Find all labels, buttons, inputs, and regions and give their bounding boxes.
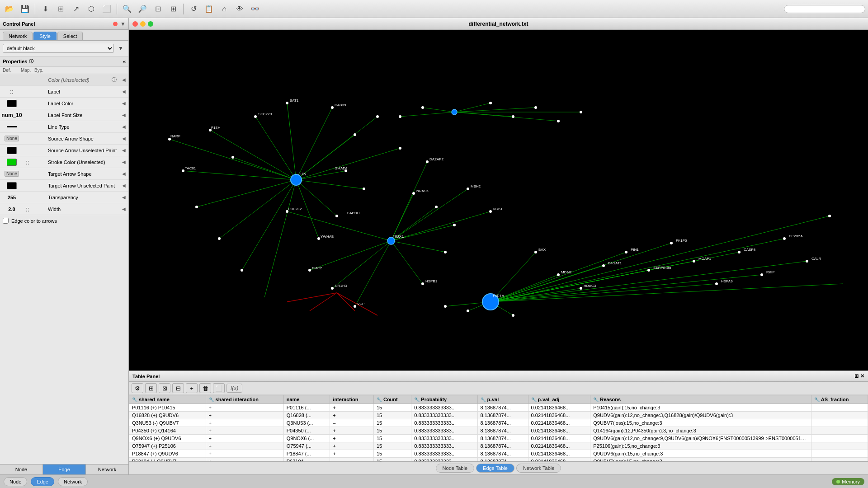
edge-color-checkbox[interactable] (3, 218, 9, 224)
table-expand-icon[interactable]: ⊞ (854, 373, 859, 379)
properties-collapse-icon[interactable]: « (123, 59, 126, 64)
zoom-out-button[interactable]: 🔎 (136, 2, 149, 16)
table-row[interactable]: P04350 (+) Q14164 + P04350 (... + 15 0.8… (129, 427, 868, 435)
copy-button[interactable]: 📋 (202, 2, 216, 16)
svg-point-98 (738, 251, 741, 253)
table-export-button[interactable]: ⬜ (213, 383, 225, 393)
network-canvas[interactable]: JUN RBX1 HIF1A NARF TAC01 F1SH SKC22B SA… (129, 30, 868, 371)
table-row[interactable]: P01116 (+) P10415 + P01116 (... + 15 0.8… (129, 404, 868, 412)
control-panel-collapse[interactable]: ▼ (120, 21, 126, 27)
prop-label-font-size-row[interactable]: num_10 Label Font Size ◀ (0, 109, 128, 121)
color-info-icon[interactable]: ⓘ (112, 76, 117, 83)
fit-button[interactable]: ⊡ (151, 2, 165, 16)
table-settings-button[interactable]: ⚙ (132, 383, 143, 393)
open-file-button[interactable]: 📂 (3, 2, 16, 16)
control-panel: Control Panel ▼ Network Style Select def… (0, 18, 129, 474)
col-name[interactable]: name (283, 395, 330, 404)
table-row[interactable]: P18847 (+) Q9UDV6 + P18847 (... + 15 0.8… (129, 450, 868, 458)
col-count[interactable]: 🔧Count (373, 395, 411, 404)
svg-text:SERPINB8: SERPINB8 (653, 266, 671, 270)
window-maximize-button[interactable] (148, 21, 153, 27)
stroke-color-swatch[interactable] (7, 159, 17, 166)
col-interaction[interactable]: interaction (330, 395, 374, 404)
refresh-button[interactable]: ↺ (187, 2, 200, 16)
prop-target-arrow-paint-row[interactable]: Target Arrow Unselected Paint ◀ (0, 180, 128, 192)
home-button[interactable]: ⌂ (217, 2, 231, 16)
tab-network[interactable]: Network (3, 32, 33, 40)
table-row[interactable]: Q3NU53 (-) Q9UBV7 + Q3NU53 (... – 15 0.8… (129, 419, 868, 427)
prop-source-arrow-row[interactable]: None Source Arrow Shape ◀ (0, 133, 128, 145)
data-table[interactable]: 🔧shared name 🔧shared interaction name in… (129, 395, 868, 461)
table-tab-node-table[interactable]: Node Table (436, 464, 474, 473)
col-shared-name[interactable]: 🔧shared name (129, 395, 206, 404)
table-split-button[interactable]: ⊟ (172, 383, 184, 393)
status-tab-edge[interactable]: Edge (31, 477, 54, 486)
svg-point-106 (489, 102, 492, 104)
prop-label-row[interactable]: :: Label ◀ (0, 86, 128, 98)
prop-line-type-row[interactable]: Line Type ◀ (0, 121, 128, 133)
col-pval-adj[interactable]: 🔧p-val_adj (528, 395, 590, 404)
col-reasons[interactable]: 🔧Reasons (590, 395, 811, 404)
prop-stroke-color-row[interactable]: :: Stroke Color (Unselected) ◀ (0, 156, 128, 168)
svg-point-68 (286, 102, 288, 104)
svg-point-80 (354, 305, 356, 308)
network-title: differential_network.txt (468, 21, 528, 27)
prop-target-arrow-row[interactable]: None Target Arrow Shape ◀ (0, 168, 128, 180)
style-options-button[interactable]: ▼ (116, 43, 126, 53)
save-button[interactable]: 💾 (18, 2, 32, 16)
zoom-in-button[interactable]: 🔍 (120, 2, 134, 16)
table-layout-button[interactable]: ⊞ (145, 383, 157, 393)
table-row[interactable]: O75947 (+) P25106 + O75947 (... + 15 0.8… (129, 442, 868, 450)
cp-tab-network[interactable]: Network (86, 465, 128, 474)
col-shared-interaction[interactable]: 🔧shared interaction (206, 395, 283, 404)
svg-point-69 (331, 106, 334, 109)
table-row[interactable]: Q9NOX6 (+) Q9UDV6 + Q9NOX6 (... + 15 0.8… (129, 435, 868, 442)
import-button[interactable]: ⬇ (38, 2, 52, 16)
hide-button[interactable]: 👁 (233, 2, 246, 16)
table-close-icon[interactable]: ✕ (860, 373, 864, 379)
table-row[interactable]: P63104 (-) Q9UBV7 + P63104 –... – 15 0.8… (129, 458, 868, 462)
export-button[interactable]: ⬜ (100, 2, 113, 16)
share-button[interactable]: ↗ (69, 2, 83, 16)
cp-tab-node[interactable]: Node (0, 465, 43, 474)
status-tab-node[interactable]: Node (4, 477, 27, 486)
zoom-select-button[interactable]: ⊞ (166, 2, 180, 16)
prop-transparency-row[interactable]: 255 Transparency ◀ (0, 192, 128, 203)
prop-source-arrow-paint-row[interactable]: Source Arrow Unselected Paint ◀ (0, 145, 128, 156)
table-merge-button[interactable]: ⊠ (159, 383, 170, 393)
show-button[interactable]: 👓 (248, 2, 262, 16)
prop-width-row[interactable]: 2.0 :: Width ◀ (0, 203, 128, 215)
table-row[interactable]: Q16828 (+) Q9UDV6 + Q16828 (... + 15 0.8… (129, 412, 868, 419)
svg-point-93 (625, 251, 627, 253)
tab-style[interactable]: Style (33, 32, 56, 40)
table-tab-network-table[interactable]: Network Table (516, 464, 561, 473)
svg-point-88 (489, 210, 492, 213)
target-arrow-paint-swatch[interactable] (7, 182, 17, 189)
status-tab-network[interactable]: Network (58, 477, 88, 486)
search-input[interactable] (784, 5, 865, 13)
cp-tab-edge[interactable]: Edge (43, 465, 86, 474)
tab-select[interactable]: Select (57, 32, 83, 40)
table-tab-edge-table[interactable]: Edge Table (476, 464, 514, 473)
col-as-fraction[interactable]: 🔧AS_fraction (811, 395, 868, 404)
properties-info-icon[interactable]: ⓘ (29, 58, 33, 65)
table-delete-button[interactable]: 🗑 (199, 383, 211, 393)
table-fx-button[interactable]: f(x) (226, 384, 242, 393)
window-minimize-button[interactable] (140, 21, 146, 27)
label-color-swatch[interactable] (7, 100, 17, 107)
style-dropdown[interactable]: default black (3, 44, 114, 53)
table-button[interactable]: ⊞ (54, 2, 67, 16)
layout-button[interactable]: ⬡ (85, 2, 98, 16)
svg-point-107 (512, 115, 514, 118)
svg-point-99 (760, 273, 763, 276)
table-add-button[interactable]: + (186, 383, 198, 393)
prop-label-color-row[interactable]: Label Color ◀ (0, 98, 128, 109)
window-close-button[interactable] (132, 21, 138, 27)
status-bar: Node Edge Network Memory (0, 474, 868, 488)
col-pval[interactable]: 🔧p-val (477, 395, 528, 404)
edge-color-row: Edge color to arrows (0, 215, 128, 226)
col-probability[interactable]: 🔧Probability (411, 395, 477, 404)
source-arrow-paint-swatch[interactable] (7, 147, 17, 154)
svg-point-92 (602, 264, 605, 267)
control-panel-close[interactable] (113, 22, 118, 26)
